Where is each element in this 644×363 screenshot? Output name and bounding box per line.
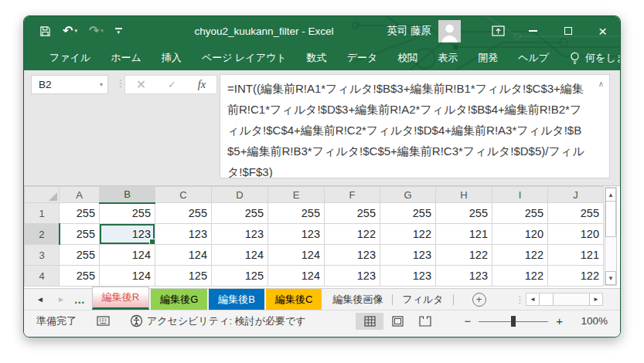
cell-A4[interactable]: 255 — [60, 266, 100, 287]
insert-function-button[interactable]: fx — [198, 78, 206, 91]
zoom-in-button[interactable]: + — [548, 314, 571, 327]
sheet-tab-hensyugo-r[interactable]: 編集後R — [92, 287, 149, 310]
select-all-corner[interactable] — [25, 187, 60, 203]
formula-input[interactable]: =INT((編集前R!A1*フィルタ!$B$3+編集前R!B1*フィルタ!$C$… — [220, 74, 610, 178]
tab-bar-drag-handle[interactable]: ⋮ — [516, 294, 525, 305]
cell-A1[interactable]: 255 — [60, 203, 100, 224]
cell-H1[interactable]: 255 — [436, 203, 492, 224]
scroll-left-icon[interactable]: ◄ — [526, 293, 540, 305]
cell-J1[interactable]: 255 — [548, 203, 604, 224]
cell-G2[interactable]: 122 — [380, 224, 436, 245]
tab-formulas[interactable]: 数式 — [297, 46, 337, 70]
sheet-tab-hensyugo-gazou[interactable]: 編集後画像 — [323, 289, 392, 310]
cell-I4[interactable]: 122 — [492, 266, 548, 287]
tab-insert[interactable]: 挿入 — [152, 46, 192, 70]
zoom-out-button[interactable]: − — [456, 314, 479, 327]
page-layout-view-button[interactable] — [383, 313, 411, 330]
cell-D2[interactable]: 123 — [212, 224, 268, 245]
tab-review[interactable]: 校閲 — [387, 46, 428, 70]
sheet-tab-filter[interactable]: フィルタ — [393, 289, 452, 310]
undo-button[interactable]: ↶ ▾ — [63, 25, 77, 37]
row-header-2[interactable]: 2 — [25, 224, 60, 245]
column-header-e[interactable]: E — [268, 187, 325, 203]
cancel-button[interactable]: ✕ — [136, 77, 146, 92]
cell-B2-selected[interactable]: 123 — [100, 224, 155, 245]
cell-B3[interactable]: 124 — [100, 245, 155, 266]
sheet-tab-hensyugo-b[interactable]: 編集後B — [209, 289, 264, 310]
zoom-slider-thumb[interactable] — [511, 316, 516, 327]
name-box[interactable]: B2 ▾ — [31, 75, 108, 94]
account-name[interactable]: 英司 藤原 — [387, 24, 431, 38]
tab-help[interactable]: ヘルプ — [508, 46, 559, 70]
vertical-scroll-thumb[interactable] — [605, 202, 616, 237]
cell-A2[interactable]: 255 — [60, 224, 100, 245]
column-header-f[interactable]: F — [325, 187, 380, 203]
cell-G1[interactable]: 255 — [380, 203, 436, 224]
scroll-down-icon[interactable]: ▼ — [605, 271, 616, 285]
column-header-i[interactable]: I — [492, 187, 548, 203]
horizontal-scrollbar[interactable]: ◄ ► — [526, 293, 603, 306]
cell-F3[interactable]: 123 — [325, 245, 380, 266]
save-icon[interactable] — [39, 25, 51, 37]
column-header-c[interactable]: C — [155, 187, 212, 203]
tell-me-search[interactable]: 何をしますか — [570, 51, 621, 65]
normal-view-button[interactable] — [356, 313, 383, 330]
column-header-j[interactable]: J — [548, 187, 604, 203]
column-header-d[interactable]: D — [212, 187, 268, 203]
cell-D4[interactable]: 125 — [212, 266, 268, 287]
cell-B1[interactable]: 255 — [100, 203, 155, 224]
cell-J3[interactable]: 121 — [548, 245, 604, 266]
customize-quick-access-button[interactable]: ▾ — [115, 28, 122, 34]
macro-record-button[interactable] — [97, 316, 110, 326]
tab-home[interactable]: ホーム — [101, 46, 152, 70]
cell-G4[interactable]: 123 — [380, 266, 436, 287]
close-button[interactable]: × — [585, 16, 620, 46]
cell-J4[interactable]: 122 — [548, 266, 604, 287]
cell-D1[interactable]: 255 — [212, 203, 268, 224]
tab-page-layout[interactable]: ページ レイアウト — [192, 46, 297, 70]
cell-E1[interactable]: 255 — [268, 203, 325, 224]
maximize-button[interactable] — [550, 16, 585, 46]
tab-view[interactable]: 表示 — [428, 46, 468, 70]
cell-F4[interactable]: 123 — [325, 266, 380, 287]
row-header-1[interactable]: 1 — [25, 203, 60, 224]
more-sheets-button[interactable]: … — [74, 289, 92, 310]
row-header-3[interactable]: 3 — [25, 245, 60, 266]
column-header-h[interactable]: H — [436, 187, 492, 203]
scroll-right-icon[interactable]: ► — [589, 293, 602, 305]
cell-E3[interactable]: 124 — [268, 245, 325, 266]
cell-C4[interactable]: 125 — [155, 266, 212, 287]
tab-developer[interactable]: 開発 — [468, 46, 508, 70]
sheet-tab-hensyugo-g[interactable]: 編集後G — [151, 289, 207, 310]
cell-E2[interactable]: 123 — [268, 224, 325, 245]
cell-I2[interactable]: 120 — [492, 224, 548, 245]
sheet-nav-left-icon[interactable]: ◄ — [36, 295, 44, 304]
cell-F2[interactable]: 122 — [325, 224, 380, 245]
ribbon-display-options-button[interactable] — [481, 16, 516, 46]
cell-C1[interactable]: 255 — [155, 203, 212, 224]
row-header-4[interactable]: 4 — [25, 266, 60, 287]
sheet-tab-hensyugo-c[interactable]: 編集後C — [266, 289, 322, 310]
tab-file[interactable]: ファイル — [39, 46, 101, 70]
horizontal-scroll-thumb[interactable] — [540, 293, 554, 305]
cell-H3[interactable]: 122 — [436, 245, 492, 266]
tab-data[interactable]: データ — [337, 46, 388, 70]
account-avatar[interactable] — [438, 20, 461, 42]
page-break-preview-button[interactable] — [411, 313, 439, 330]
cell-H4[interactable]: 123 — [436, 266, 492, 287]
cell-I1[interactable]: 255 — [492, 203, 548, 224]
cell-H2[interactable]: 121 — [436, 224, 492, 245]
accessibility-checker-button[interactable]: アクセシビリティ: 検討が必要です — [130, 314, 306, 328]
column-header-a[interactable]: A — [60, 187, 100, 203]
column-header-g[interactable]: G — [380, 187, 436, 203]
vertical-scrollbar[interactable]: ▲ ▼ — [605, 187, 617, 286]
cell-D3[interactable]: 124 — [212, 245, 268, 266]
zoom-level[interactable]: 100% — [571, 315, 608, 327]
cell-I3[interactable]: 122 — [492, 245, 548, 266]
cell-C3[interactable]: 124 — [155, 245, 212, 266]
redo-button[interactable]: ↷ ▾ — [89, 25, 104, 37]
undo-dropdown-icon[interactable]: ▾ — [74, 28, 77, 34]
cell-G3[interactable]: 123 — [380, 245, 436, 266]
enter-button[interactable]: ✓ — [168, 79, 176, 90]
cell-C2[interactable]: 123 — [155, 224, 212, 245]
